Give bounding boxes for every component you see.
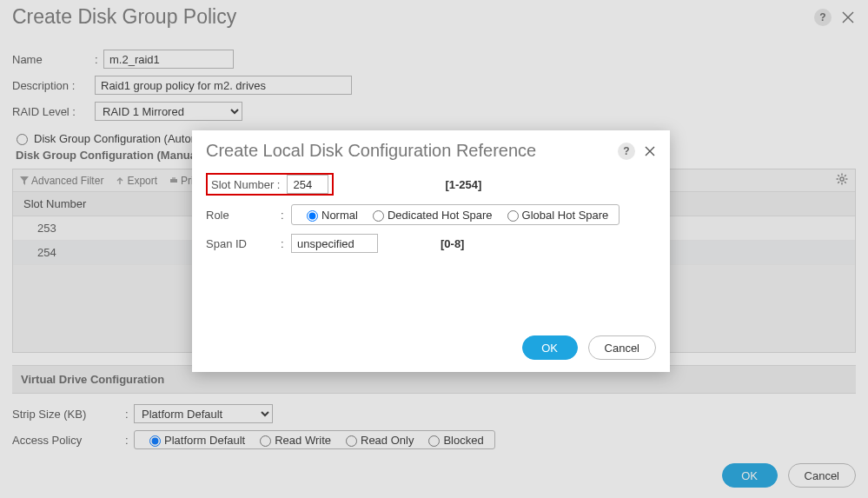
role-label: Role <box>206 209 281 222</box>
slot-number-field[interactable] <box>287 175 328 194</box>
name-label: Name <box>12 53 95 66</box>
advanced-filter-button[interactable]: Advanced Filter <box>20 175 103 187</box>
help-icon[interactable]: ? <box>814 9 832 26</box>
cfg-auto-radio[interactable] <box>17 134 28 145</box>
strip-size-select[interactable]: Platform Default <box>134 404 273 423</box>
role-normal-radio[interactable] <box>307 210 318 222</box>
dialog-title: Create Disk Group Policy <box>12 5 236 29</box>
span-id-field[interactable] <box>291 234 378 253</box>
cancel-button[interactable]: Cancel <box>788 463 856 488</box>
ok-button[interactable]: OK <box>722 463 778 488</box>
slot-number-range: [1-254] <box>445 178 481 191</box>
svg-line-7 <box>838 175 839 176</box>
name-field[interactable] <box>103 50 234 69</box>
svg-line-8 <box>845 182 846 183</box>
role-dedicated-radio[interactable] <box>373 210 384 222</box>
access-policy-group: Platform Default Read Write Read Only Bl… <box>134 430 495 449</box>
ok-button[interactable]: OK <box>522 335 578 360</box>
close-icon[interactable] <box>840 10 856 25</box>
svg-line-9 <box>845 175 846 176</box>
svg-line-10 <box>838 182 839 183</box>
span-id-label: Span ID <box>206 237 281 250</box>
raid-level-select[interactable]: RAID 1 Mirrored <box>95 102 242 121</box>
role-global-radio[interactable] <box>507 210 519 222</box>
dialog-header: Create Disk Group Policy ? <box>0 0 868 43</box>
access-read-write-radio[interactable] <box>260 435 271 447</box>
svg-rect-0 <box>170 179 177 183</box>
slot-number-highlight: Slot Number : <box>206 173 334 196</box>
span-id-range: [0-8] <box>441 237 464 250</box>
svg-point-2 <box>840 177 844 181</box>
cancel-button[interactable]: Cancel <box>588 335 656 360</box>
close-icon[interactable] <box>644 145 656 157</box>
role-group: Normal Dedicated Hot Spare Global Hot Sp… <box>291 204 620 225</box>
export-button[interactable]: Export <box>116 175 157 187</box>
slot-number-label: Slot Number : <box>211 178 280 191</box>
access-read-only-radio[interactable] <box>346 435 357 447</box>
help-icon[interactable]: ? <box>618 143 635 160</box>
description-label: Description : <box>12 79 95 92</box>
svg-rect-1 <box>172 177 176 179</box>
description-field[interactable] <box>95 76 352 95</box>
create-local-disk-ref-dialog: Create Local Disk Configuration Referenc… <box>192 130 670 372</box>
strip-size-label: Strip Size (KB) <box>12 408 125 421</box>
access-policy-label: Access Policy <box>12 434 125 447</box>
access-blocked-radio[interactable] <box>428 435 440 447</box>
gear-icon[interactable] <box>836 173 848 188</box>
modal-title: Create Local Disk Configuration Referenc… <box>206 141 536 161</box>
raid-level-label: RAID Level : <box>12 105 95 118</box>
access-platform-default-radio[interactable] <box>149 435 161 447</box>
